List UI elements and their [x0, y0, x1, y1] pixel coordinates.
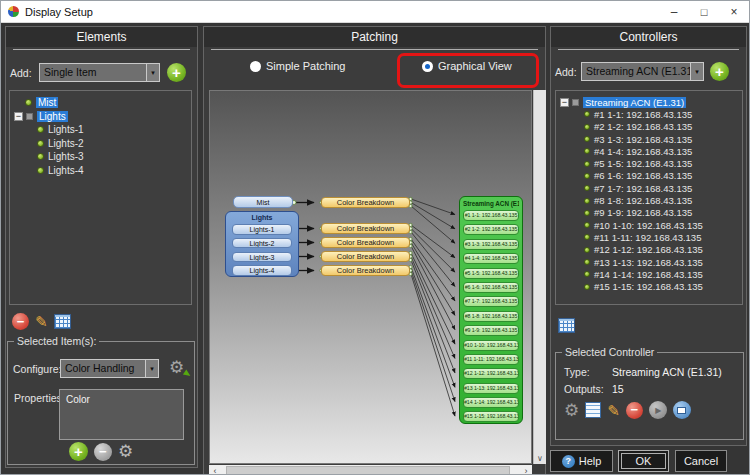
- tree-item-label[interactable]: Lights-1: [48, 124, 84, 135]
- edit-element-button[interactable]: ✎: [35, 313, 48, 330]
- add-property-button[interactable]: +: [69, 442, 88, 461]
- graph-node-color-breakdown[interactable]: Color Breakdown: [321, 197, 410, 208]
- add-element-type-dropdown[interactable]: Single Item ▾: [39, 63, 160, 82]
- edit-controller-button[interactable]: ✎: [607, 402, 620, 419]
- tree-item-label[interactable]: #15 1-15: 192.168.43.135: [594, 281, 703, 292]
- add-element-button[interactable]: +: [167, 63, 186, 82]
- tree-row-controller-output[interactable]: #4 1-4: 192.168.43.135: [556, 145, 742, 157]
- controller-notes-button[interactable]: [585, 402, 601, 418]
- tree-row-controller-output[interactable]: #15 1-15: 192.168.43.135: [556, 280, 742, 292]
- delete-element-button[interactable]: −: [12, 313, 29, 330]
- graph-node-output[interactable]: #8 1-8: 192.168.43.135: [463, 311, 519, 322]
- graph-node-output[interactable]: #14 1-14: 192.168.43.135: [463, 397, 519, 408]
- tree-item-label[interactable]: Streaming ACN (E1.31): [583, 97, 686, 108]
- tree-row-controller-output[interactable]: #13 1-13: 192.168.43.135: [556, 256, 742, 268]
- maximize-icon[interactable]: □: [689, 1, 719, 22]
- titlebar[interactable]: Display Setup – □ ×: [1, 1, 749, 23]
- graph-node-color-breakdown[interactable]: Color Breakdown: [321, 265, 410, 276]
- tree-item-label[interactable]: #3 1-3: 192.168.43.135: [594, 134, 692, 145]
- tree-row-light-child[interactable]: Lights-4: [10, 164, 191, 178]
- close-icon[interactable]: ×: [719, 1, 749, 22]
- tree-row-mist[interactable]: Mist: [10, 96, 191, 110]
- graph-node-output[interactable]: #10 1-10: 192.168.43.135: [463, 340, 519, 351]
- add-controller-button[interactable]: +: [710, 62, 729, 81]
- graph-node-light[interactable]: Lights-4: [232, 265, 292, 276]
- controller-grid-button[interactable]: [558, 318, 575, 333]
- controller-visualizer-button[interactable]: [673, 401, 691, 419]
- graph-group-lights[interactable]: Lights Lights-1 Lights-2 Lights-3 Lights…: [225, 211, 299, 277]
- radio-icon[interactable]: [250, 61, 261, 72]
- collapse-icon[interactable]: −: [560, 98, 569, 107]
- canvas-vertical-scrollbar[interactable]: ∨: [533, 90, 546, 464]
- ok-button[interactable]: OK: [618, 450, 669, 472]
- graph-node-mist[interactable]: Mist: [233, 196, 293, 208]
- tree-item-label[interactable]: #14 1-14: 192.168.43.135: [594, 269, 703, 280]
- tree-row-controller-output[interactable]: #2 1-2: 192.168.43.135: [556, 121, 742, 133]
- graph-node-output[interactable]: #11 1-11: 192.168.43.135: [463, 354, 519, 365]
- tree-row-light-child[interactable]: Lights-1: [10, 123, 191, 137]
- tree-item-label[interactable]: #8 1-8: 192.168.43.135: [594, 195, 692, 206]
- graph-node-output[interactable]: #5 1-5: 192.168.43.135: [463, 268, 519, 279]
- tree-item-label[interactable]: #5 1-5: 192.168.43.135: [594, 158, 692, 169]
- graph-node-output[interactable]: #6 1-6: 192.168.43.135: [463, 282, 519, 293]
- tree-row-controller-output[interactable]: #6 1-6: 192.168.43.135: [556, 170, 742, 182]
- tree-item-label[interactable]: Lights: [37, 111, 68, 122]
- tree-row-controller-output[interactable]: #11 1-11: 192.168.43.135: [556, 231, 742, 243]
- tree-row-controller-output[interactable]: #5 1-5: 192.168.43.135: [556, 157, 742, 169]
- dropdown-arrow-icon[interactable]: ▾: [146, 64, 159, 81]
- graph-node-output[interactable]: #7 1-7: 192.168.43.135: [463, 296, 519, 307]
- element-grid-button[interactable]: [54, 314, 71, 329]
- scrollbar-thumb[interactable]: [226, 466, 510, 475]
- tree-row-controller-output[interactable]: #7 1-7: 192.168.43.135: [556, 182, 742, 194]
- simple-patching-radio[interactable]: Simple Patching: [250, 60, 346, 72]
- tree-item-label[interactable]: #1 1-1: 192.168.43.135: [594, 109, 692, 120]
- graph-node-output[interactable]: #1 1-1: 192.168.43.135: [463, 210, 519, 221]
- collapse-icon[interactable]: −: [14, 112, 23, 121]
- dropdown-arrow-icon[interactable]: ▾: [690, 63, 703, 80]
- add-controller-type-dropdown[interactable]: Streaming ACN (E1.31) ▾: [581, 62, 704, 81]
- tree-item-label[interactable]: #11 1-11: 192.168.43.135: [594, 232, 701, 243]
- tree-row-controller-output[interactable]: #9 1-9: 192.168.43.135: [556, 207, 742, 219]
- tree-item-label[interactable]: #6 1-6: 192.168.43.135: [594, 170, 692, 181]
- tree-item-label[interactable]: #13 1-13: 192.168.43.135: [594, 257, 703, 268]
- controllers-tree[interactable]: − Streaming ACN (E1.31) #1 1-1: 192.168.…: [555, 90, 743, 305]
- tree-item-label[interactable]: Lights-3: [48, 151, 84, 162]
- tree-item-label[interactable]: #2 1-2: 192.168.43.135: [594, 121, 692, 132]
- dropdown-arrow-icon[interactable]: ▾: [145, 360, 158, 377]
- tree-item-label[interactable]: #7 1-7: 192.168.43.135: [594, 183, 692, 194]
- configure-dropdown[interactable]: Color Handling ▾: [60, 359, 159, 378]
- graph-node-color-breakdown[interactable]: Color Breakdown: [321, 237, 410, 248]
- graph-node-output[interactable]: #9 1-9: 192.168.43.135: [463, 325, 519, 336]
- tree-row-light-child[interactable]: Lights-2: [10, 137, 191, 151]
- graph-node-output[interactable]: #12 1-12: 192.168.43.135: [463, 368, 519, 379]
- scroll-right-icon[interactable]: ›: [520, 465, 532, 475]
- controller-settings-button[interactable]: ⚙: [564, 402, 579, 419]
- scroll-down-icon[interactable]: ∨: [534, 452, 546, 464]
- elements-tree[interactable]: Mist − Lights Lights-1: [9, 90, 192, 305]
- remove-property-button[interactable]: −: [94, 443, 112, 461]
- tree-row-controller-output[interactable]: #14 1-14: 192.168.43.135: [556, 268, 742, 280]
- graph-node-output[interactable]: #2 1-2: 192.168.43.135: [463, 224, 519, 235]
- delete-controller-button[interactable]: −: [626, 402, 643, 419]
- graph-node-color-breakdown[interactable]: Color Breakdown: [321, 251, 410, 262]
- canvas-horizontal-scrollbar[interactable]: ‹ ›: [209, 465, 532, 475]
- properties-list[interactable]: Color: [59, 389, 184, 440]
- graph-node-output[interactable]: #3 1-3: 192.168.43.135: [463, 239, 519, 250]
- configure-settings-button[interactable]: ⚙: [169, 359, 189, 378]
- tree-row-lights-group[interactable]: − Lights: [10, 110, 191, 124]
- test-controller-button[interactable]: ▶: [649, 401, 667, 419]
- tree-row-controller-output[interactable]: #12 1-12: 192.168.43.135: [556, 244, 742, 256]
- tree-item-label[interactable]: #4 1-4: 192.168.43.135: [594, 146, 692, 157]
- tree-item-label[interactable]: Lights-2: [48, 138, 84, 149]
- graph-node-output[interactable]: #13 1-13: 192.168.43.135: [463, 383, 519, 394]
- tree-item-label[interactable]: #9 1-9: 192.168.43.135: [594, 207, 692, 218]
- tree-item-label[interactable]: Lights-4: [48, 165, 84, 176]
- property-item[interactable]: Color: [66, 394, 177, 405]
- tree-item-label[interactable]: #12 1-12: 192.168.43.135: [594, 244, 703, 255]
- tree-row-controller-output[interactable]: #1 1-1: 192.168.43.135: [556, 108, 742, 120]
- minimize-icon[interactable]: –: [659, 1, 689, 22]
- graph-node-light[interactable]: Lights-1: [232, 224, 292, 235]
- radio-label[interactable]: Simple Patching: [266, 60, 346, 72]
- tree-row-controller-root[interactable]: − Streaming ACN (E1.31): [556, 96, 742, 108]
- patching-canvas[interactable]: Mist Lights Lights-1 Lights-2 Lights-3 L…: [209, 90, 532, 464]
